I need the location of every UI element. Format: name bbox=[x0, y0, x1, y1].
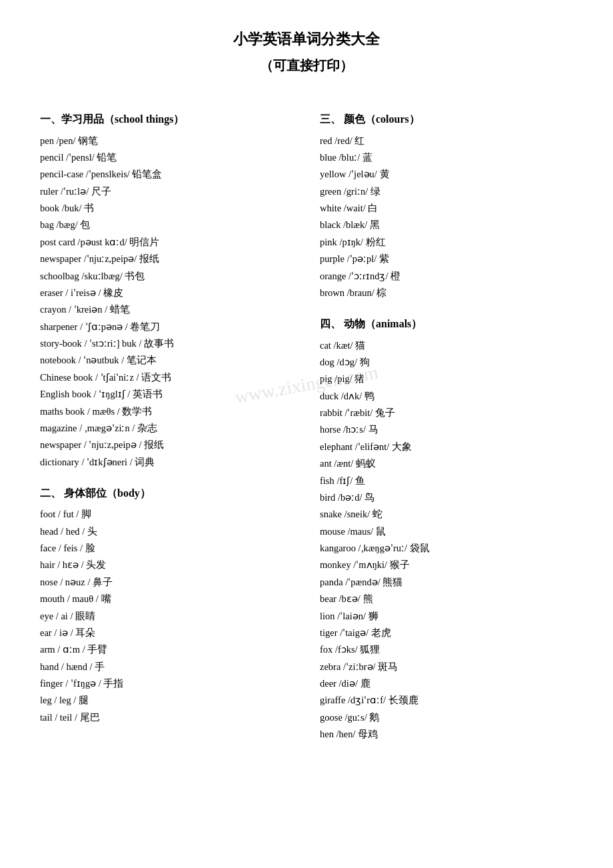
word-item: orange /ˈɔːrɪndʒ/ 橙 bbox=[320, 268, 573, 285]
word-item: leg / leg / 腿 bbox=[40, 692, 293, 709]
word-item: tail / teil / 尾巴 bbox=[40, 709, 293, 726]
content-columns: 一、学习用品（school things）pen /pen/ 钢笔pencil … bbox=[40, 97, 573, 743]
page-subtitle: （可直接打印） bbox=[40, 54, 573, 77]
word-item: deer /diə/ 鹿 bbox=[320, 675, 573, 692]
word-item: brown /braun/ 棕 bbox=[320, 285, 573, 301]
word-item: eraser / iˈreisə / 橡皮 bbox=[40, 285, 293, 301]
word-item: mouth / mauθ / 嘴 bbox=[40, 591, 293, 607]
word-item: horse /hɔːs/ 马 bbox=[320, 421, 573, 438]
word-item: foot / fut / 脚 bbox=[40, 506, 293, 523]
word-item: face / feis / 脸 bbox=[40, 540, 293, 557]
word-item: dictionary / ˈdɪkʃəneri / 词典 bbox=[40, 454, 293, 471]
word-item: book /buk/ 书 bbox=[40, 200, 293, 217]
word-item: ear / iə / 耳朵 bbox=[40, 625, 293, 641]
word-item: kangaroo /ˌkæŋgəˈruː/ 袋鼠 bbox=[320, 540, 573, 557]
word-item: purple /ˈpəːpl/ 紫 bbox=[320, 251, 573, 267]
word-item: duck /dʌk/ 鸭 bbox=[320, 388, 573, 405]
word-item: black /blæk/ 黑 bbox=[320, 217, 573, 233]
page-wrapper: www.zixingcn.com 小学英语单词分类大全 （可直接打印） 一、学习… bbox=[40, 27, 573, 743]
word-item: finger / ˈfɪŋgə / 手指 bbox=[40, 675, 293, 692]
word-item: bear /bɛə/ 熊 bbox=[320, 591, 573, 607]
word-item: pink /pɪŋk/ 粉红 bbox=[320, 234, 573, 251]
word-item: hand / hænd / 手 bbox=[40, 659, 293, 675]
word-item: pencil-case /ˈpenslkeis/ 铅笔盒 bbox=[40, 166, 293, 183]
word-item: pen /pen/ 钢笔 bbox=[40, 133, 293, 149]
word-item: red /red/ 红 bbox=[320, 133, 573, 149]
word-item: mouse /maus/ 鼠 bbox=[320, 523, 573, 540]
word-item: elephant /ˈelifənt/ 大象 bbox=[320, 439, 573, 455]
word-item: white /wait/ 白 bbox=[320, 200, 573, 217]
word-item: cat /kæt/ 猫 bbox=[320, 337, 573, 354]
word-item: zebra /ˈziːbrə/ 斑马 bbox=[320, 659, 573, 675]
word-item: maths book / mæθs / 数学书 bbox=[40, 403, 293, 420]
page-title: 小学英语单词分类大全 bbox=[40, 27, 573, 51]
word-item: yellow /ˈjeləu/ 黄 bbox=[320, 166, 573, 183]
word-item: bag /bæg/ 包 bbox=[40, 217, 293, 233]
word-item: head / hed / 头 bbox=[40, 523, 293, 540]
word-item: pencil /ˈpensl/ 铅笔 bbox=[40, 149, 293, 166]
word-item: blue /bluː/ 蓝 bbox=[320, 149, 573, 166]
word-item: English book / ˈɪŋglɪʃ / 英语书 bbox=[40, 386, 293, 403]
word-item: newspaper / ˈnjuːz,peipə / 报纸 bbox=[40, 437, 293, 453]
word-item: dog /dɔg/ 狗 bbox=[320, 354, 573, 371]
word-item: Chinese book / ˈtʃaiˈniːz / 语文书 bbox=[40, 369, 293, 386]
word-item: ruler /ˈruːlə/ 尺子 bbox=[40, 183, 293, 200]
word-item: goose /guːs/ 鹅 bbox=[320, 709, 573, 726]
word-item: notebook / ˈnəutbuk / 笔记本 bbox=[40, 352, 293, 369]
word-item: monkey /ˈmʌŋki/ 猴子 bbox=[320, 557, 573, 573]
word-item: sharpener / ˈʃɑːpənə / 卷笔刀 bbox=[40, 319, 293, 335]
word-item: fish /fɪʃ/ 鱼 bbox=[320, 473, 573, 489]
right-column: 三、 颜色（colours）red /red/ 红blue /bluː/ 蓝ye… bbox=[320, 97, 573, 743]
section-title-animals: 四、 动物（animals） bbox=[320, 315, 573, 333]
left-column: 一、学习用品（school things）pen /pen/ 钢笔pencil … bbox=[40, 97, 293, 743]
word-item: panda /ˈpændə/ 熊猫 bbox=[320, 574, 573, 591]
section-title-school-things: 一、学习用品（school things） bbox=[40, 110, 293, 128]
word-item: hair / hɛə / 头发 bbox=[40, 557, 293, 573]
word-item: schoolbag /skuːlbæg/ 书包 bbox=[40, 268, 293, 285]
word-item: eye / ai / 眼睛 bbox=[40, 608, 293, 625]
word-item: ant /ænt/ 蚂蚁 bbox=[320, 455, 573, 472]
word-item: story-book / ˈstɔːriː] buk / 故事书 bbox=[40, 335, 293, 352]
word-item: bird /bəːd/ 鸟 bbox=[320, 489, 573, 506]
word-item: crayon / ˈkreiən / 蜡笔 bbox=[40, 301, 293, 318]
word-item: nose / nəuz / 鼻子 bbox=[40, 574, 293, 591]
word-item: snake /sneik/ 蛇 bbox=[320, 506, 573, 523]
word-item: post card /pəust kɑːd/ 明信片 bbox=[40, 234, 293, 251]
word-item: pig /pig/ 猪 bbox=[320, 371, 573, 387]
word-item: green /griːn/ 绿 bbox=[320, 183, 573, 200]
section-title-body: 二、 身体部位（body） bbox=[40, 484, 293, 502]
word-item: tiger /ˈtaigə/ 老虎 bbox=[320, 625, 573, 641]
word-item: hen /hen/ 母鸡 bbox=[320, 726, 573, 743]
word-item: arm / ɑːm / 手臂 bbox=[40, 641, 293, 658]
word-item: fox /fɔks/ 狐狸 bbox=[320, 641, 573, 658]
word-item: magazine / ˌmægəˈziːn / 杂志 bbox=[40, 420, 293, 437]
word-item: rabbit /ˈræbit/ 兔子 bbox=[320, 405, 573, 421]
word-item: giraffe /dʒiˈrɑːf/ 长颈鹿 bbox=[320, 692, 573, 709]
section-title-colours: 三、 颜色（colours） bbox=[320, 110, 573, 128]
word-item: lion /ˈlaiən/ 狮 bbox=[320, 608, 573, 625]
word-item: newspaper /ˈnjuːz,peipə/ 报纸 bbox=[40, 251, 293, 267]
